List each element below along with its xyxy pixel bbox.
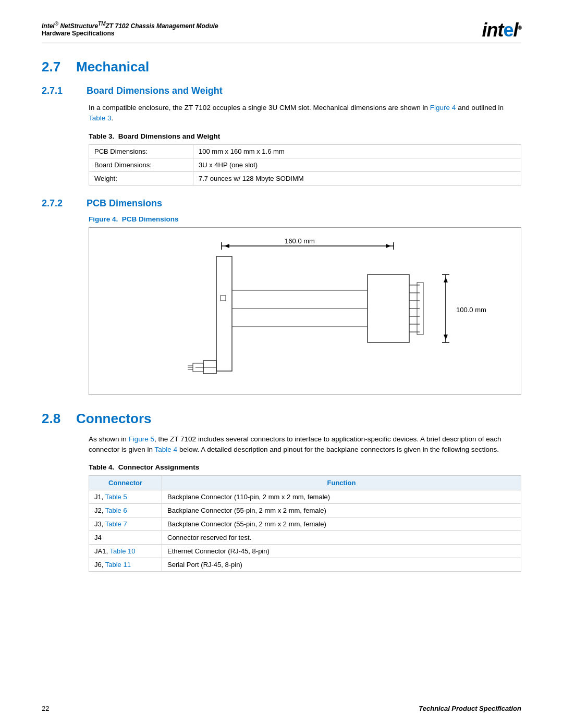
section-27-title: Mechanical xyxy=(76,59,149,75)
table3-row1-label: PCB Dimensions: xyxy=(89,144,193,158)
section-272-number: 2.7.2 xyxy=(42,198,78,209)
svg-rect-14 xyxy=(368,275,409,342)
table3-caption: Table 3. Board Dimensions and Weight xyxy=(89,132,521,140)
table3-link[interactable]: Table 3 xyxy=(89,114,112,122)
table3-caption-rest: Board Dimensions and Weight xyxy=(114,132,220,140)
body-text-mid: and outlined in xyxy=(456,104,504,112)
table6-link[interactable]: Table 6 xyxy=(105,507,127,514)
section-28-heading: 2.8 Connectors xyxy=(42,411,521,427)
table4-row2-function: Backplane Connector (55-pin, 2 mm x 2 mm… xyxy=(162,504,521,517)
table-row: J3, Table 7 Backplane Connector (55-pin,… xyxy=(89,517,521,531)
table-row: J4 Connector reserved for test. xyxy=(89,531,521,545)
table-row: PCB Dimensions: 100 mm x 160 mm x 1.6 mm xyxy=(89,144,521,158)
svg-rect-13 xyxy=(221,295,226,301)
header-title: Intel® NetStructureTMZT 7102 Chassis Man… xyxy=(42,21,218,30)
table3-caption-bold: Table 3. xyxy=(89,132,114,140)
table11-link[interactable]: Table 11 xyxy=(105,561,131,569)
table3-row3-label: Weight: xyxy=(89,171,193,185)
section-28-title: Connectors xyxy=(76,411,151,427)
table-row: J6, Table 11 Serial Port (RJ-45, 8-pin) xyxy=(89,558,521,572)
table7-link[interactable]: Table 7 xyxy=(105,520,127,528)
svg-marker-26 xyxy=(444,277,448,282)
section-272-title: PCB Dimensions xyxy=(87,198,162,209)
table4-row4-connector: J4 xyxy=(89,531,162,545)
table4-row5-function: Ethernet Connector (RJ-45, 8-pin) xyxy=(162,545,521,558)
svg-marker-27 xyxy=(444,335,448,340)
pcb-diagram: 160.0 mm xyxy=(89,228,521,394)
table4-row2-connector: J2, Table 6 xyxy=(89,504,162,517)
body-28-mid2: below. A detailed description and pinout… xyxy=(177,446,499,453)
table4-row1-connector: J1, Table 5 xyxy=(89,490,162,504)
table3-row2-label: Board Dimensions: xyxy=(89,158,193,171)
page-footer: 22 Technical Product Specification xyxy=(42,705,521,712)
table-row: Weight: 7.7 ounces w/ 128 Mbyte SODIMM xyxy=(89,171,521,185)
table4-row1-function: Backplane Connector (110-pin, 2 mm x 2 m… xyxy=(162,490,521,504)
section-27-number: 2.7 xyxy=(42,59,68,75)
section-271-title: Board Dimensions and Weight xyxy=(87,85,223,96)
intel-reg: ® xyxy=(518,25,521,31)
table-row: J1, Table 5 Backplane Connector (110-pin… xyxy=(89,490,521,504)
svg-rect-6 xyxy=(216,256,232,371)
figure4-caption-rest: PCB Dimensions xyxy=(120,215,179,223)
table4-caption: Table 4. Connector Assignments xyxy=(89,463,521,471)
table4-header-row: Connector Function xyxy=(89,476,521,490)
table4-row6-function: Serial Port (RJ-45, 8-pin) xyxy=(162,558,521,572)
table-row: J2, Table 6 Backplane Connector (55-pin,… xyxy=(89,504,521,517)
table4-caption-bold: Table 4. xyxy=(89,463,114,471)
section-271-body: In a compatible enclosure, the ZT 7102 o… xyxy=(89,103,521,124)
table4-caption-rest: Connector Assignments xyxy=(114,463,199,471)
svg-text:100.0 mm: 100.0 mm xyxy=(456,306,486,314)
table4-col1-header: Connector xyxy=(89,476,162,490)
header-left: Intel® NetStructureTMZT 7102 Chassis Man… xyxy=(42,21,218,37)
table3-row3-value: 7.7 ounces w/ 128 Mbyte SODIMM xyxy=(193,171,521,185)
svg-marker-3 xyxy=(224,244,229,248)
intel-logo: intel® xyxy=(482,21,521,40)
page-header: Intel® NetStructureTMZT 7102 Chassis Man… xyxy=(42,21,521,43)
svg-marker-4 xyxy=(386,244,391,248)
figure4-caption-bold: Figure 4. xyxy=(89,215,120,223)
table4: Connector Function J1, Table 5 Backplane… xyxy=(89,475,521,572)
intel-logo-text: intel xyxy=(482,19,518,41)
figure4-link[interactable]: Figure 4 xyxy=(430,104,456,112)
table3-row2-value: 3U x 4HP (one slot) xyxy=(193,158,521,171)
figure4-container: 160.0 mm xyxy=(89,227,521,395)
table4-link[interactable]: Table 4 xyxy=(155,446,178,453)
body-28-start: As shown in xyxy=(89,435,129,443)
table4-row5-connector: JA1, Table 10 xyxy=(89,545,162,558)
table10-link[interactable]: Table 10 xyxy=(109,547,135,555)
table3-row1-value: 100 mm x 160 mm x 1.6 mm xyxy=(193,144,521,158)
table4-row6-connector: J6, Table 11 xyxy=(89,558,162,572)
footer-right-text: Technical Product Specification xyxy=(419,705,521,712)
page: Intel® NetStructureTMZT 7102 Chassis Man… xyxy=(0,0,563,728)
body-text-start: In a compatible enclosure, the ZT 7102 o… xyxy=(89,104,430,112)
figure5-link[interactable]: Figure 5 xyxy=(129,435,155,443)
section-272-heading: 2.7.2 PCB Dimensions xyxy=(42,198,521,209)
table4-row4-function: Connector reserved for test. xyxy=(162,531,521,545)
figure4-caption: Figure 4. PCB Dimensions xyxy=(89,215,521,223)
table4-row3-function: Backplane Connector (55-pin, 2 mm x 2 mm… xyxy=(162,517,521,531)
header-subtitle: Hardware Specifications xyxy=(42,30,218,37)
table4-row3-connector: J3, Table 7 xyxy=(89,517,162,531)
section-271-number: 2.7.1 xyxy=(42,85,78,96)
table-row: Board Dimensions: 3U x 4HP (one slot) xyxy=(89,158,521,171)
section-28-body: As shown in Figure 5, the ZT 7102 includ… xyxy=(89,434,521,455)
section-27-heading: 2.7 Mechanical xyxy=(42,59,521,75)
section-271-heading: 2.7.1 Board Dimensions and Weight xyxy=(42,85,521,96)
table-row: JA1, Table 10 Ethernet Connector (RJ-45,… xyxy=(89,545,521,558)
svg-text:160.0 mm: 160.0 mm xyxy=(285,237,315,245)
table5-link[interactable]: Table 5 xyxy=(105,493,127,501)
section-28-number: 2.8 xyxy=(42,411,68,427)
table4-col2-header: Function xyxy=(162,476,521,490)
body-text-end: . xyxy=(112,114,114,122)
table3: PCB Dimensions: 100 mm x 160 mm x 1.6 mm… xyxy=(89,144,521,186)
footer-page-number: 22 xyxy=(42,705,49,712)
